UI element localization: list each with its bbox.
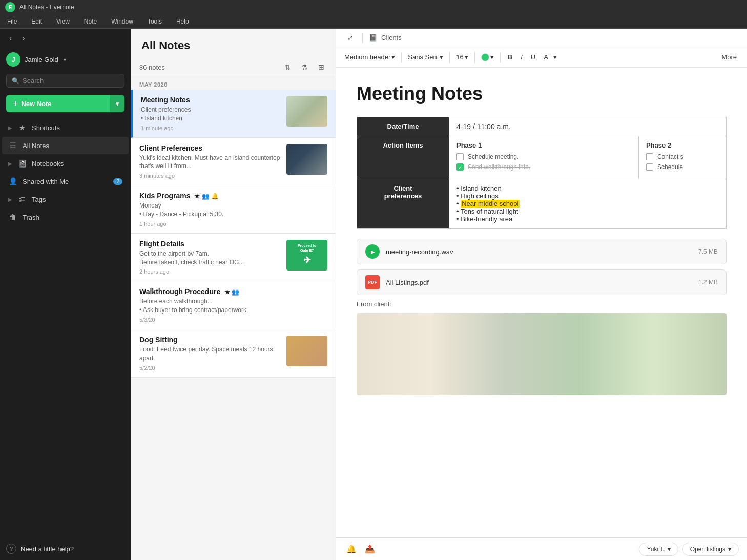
- chevron-down-icon: ▾: [440, 53, 443, 61]
- note-time: 3 minutes ago: [139, 173, 280, 179]
- separator: [362, 33, 363, 43]
- notes-header: All Notes: [131, 29, 336, 57]
- attachment-size: 7.5 MB: [698, 248, 718, 255]
- listings-label: Open listings: [690, 546, 725, 553]
- checkbox-row: Schedule: [646, 163, 719, 171]
- note-item[interactable]: Dog Sitting Food: Feed twice per day. Sp…: [131, 329, 336, 378]
- sidebar-item-shortcuts[interactable]: ▶ ★ Shortcuts: [2, 119, 129, 136]
- share-icon-button[interactable]: 📤: [363, 542, 377, 556]
- search-box[interactable]: 🔍 Search: [6, 74, 125, 88]
- italic-button[interactable]: I: [517, 51, 526, 63]
- checkbox-unchecked[interactable]: [646, 153, 653, 160]
- note-time: 1 hour ago: [139, 221, 327, 227]
- note-title: Walkthrough Procedure ★ 👥: [139, 287, 327, 296]
- font-select[interactable]: Sans Serif ▾: [406, 52, 445, 62]
- checkbox-label: Schedule: [657, 163, 683, 171]
- sidebar-nav-section: ▶ ★ Shortcuts ☰ All Notes ▶ 📓 Notebooks …: [0, 116, 131, 229]
- sort-button[interactable]: ⇅: [282, 61, 294, 73]
- notebook-icon: 📓: [369, 34, 377, 42]
- note-time: 5/3/20: [139, 317, 327, 323]
- menu-view[interactable]: View: [53, 17, 73, 26]
- attachment-pdf: PDF All Listings.pdf 1.2 MB: [357, 269, 727, 295]
- note-item[interactable]: Kids Programs ★ 👥 🔔 Monday• Ray - Dance …: [131, 185, 336, 234]
- new-note-dropdown-button[interactable]: ▾: [110, 95, 125, 112]
- all-notes-icon: ☰: [8, 141, 17, 150]
- menu-edit[interactable]: Edit: [28, 17, 45, 26]
- trash-icon: 🗑: [8, 213, 17, 221]
- expand-editor-button[interactable]: ⤢: [344, 32, 356, 44]
- note-item[interactable]: Walkthrough Procedure ★ 👥 Before each wa…: [131, 281, 336, 329]
- sidebar-item-trash[interactable]: 🗑 Trash: [2, 209, 129, 226]
- open-listings-button[interactable]: Open listings ▾: [682, 543, 739, 556]
- editor-content[interactable]: Meeting Notes Date/Time 4-19 / 11:00 a.m…: [336, 68, 747, 537]
- notes-panel-title: All Notes: [141, 39, 325, 52]
- menu-window[interactable]: Window: [108, 17, 136, 26]
- note-item[interactable]: Flight Details Get to the airport by 7am…: [131, 234, 336, 282]
- note-time: 2 hours ago: [139, 268, 280, 275]
- checkbox-unchecked[interactable]: [457, 153, 464, 160]
- pref-item: • High ceilings: [457, 192, 719, 200]
- nav-back-button[interactable]: ‹: [6, 33, 15, 44]
- menu-tools[interactable]: Tools: [144, 17, 165, 26]
- chevron-down-icon: ▾: [728, 546, 731, 553]
- checkbox-unchecked[interactable]: [646, 163, 653, 171]
- note-title: Client Preferences: [139, 144, 280, 152]
- app-body: ‹ › J Jamie Gold ▾ 🔍 Search + New Note ▾: [0, 29, 747, 560]
- view-button[interactable]: ⊞: [315, 61, 327, 73]
- note-preview: Client preferences• Island kitchen: [141, 106, 280, 123]
- from-client-label: From client:: [357, 300, 727, 308]
- window-title: All Notes - Evernote: [19, 4, 74, 11]
- pref-item: • Tons of natural light: [457, 208, 719, 215]
- table-cell-phase1: Phase 1 Schedule meeting. ✓ Send walkthr…: [449, 136, 638, 179]
- sidebar-item-tags[interactable]: ▶ 🏷 Tags: [2, 191, 129, 208]
- menu-bar: File Edit View Note Window Tools Help: [0, 14, 747, 29]
- bottom-toolbar: 🔔 📤 Yuki T. ▾ Open listings ▾: [336, 537, 747, 560]
- new-note-button[interactable]: + New Note: [6, 95, 110, 112]
- underline-button[interactable]: U: [528, 51, 538, 63]
- note-item[interactable]: Client Preferences Yuki's ideal kitchen.…: [131, 138, 336, 186]
- user-button[interactable]: Yuki T. ▾: [639, 543, 678, 556]
- client-image: [357, 313, 727, 395]
- bold-button[interactable]: B: [505, 51, 515, 63]
- checkbox-label: Schedule meeting.: [468, 153, 518, 160]
- attachment-name: All Listings.pdf: [386, 279, 692, 286]
- sidebar-item-all-notes[interactable]: ☰ All Notes: [2, 137, 129, 154]
- phase2-header: Phase 2: [646, 141, 719, 149]
- checkbox-checked[interactable]: ✓: [457, 163, 464, 171]
- menu-help[interactable]: Help: [173, 17, 192, 26]
- checkbox-label: Send walkthrough info.: [468, 163, 530, 171]
- note-content: Kids Programs ★ 👥 🔔 Monday• Ray - Dance …: [139, 192, 327, 227]
- checkbox-row: ✓ Send walkthrough info.: [457, 163, 631, 171]
- nav-forward-button[interactable]: ›: [19, 33, 28, 44]
- help-area[interactable]: ? Need a little help?: [0, 537, 131, 560]
- table-cell-datetime: 4-19 / 11:00 a.m.: [449, 117, 726, 136]
- menu-file[interactable]: File: [4, 17, 20, 26]
- note-item[interactable]: Meeting Notes Client preferences• Island…: [131, 90, 336, 138]
- font-size-select[interactable]: 16 ▾: [454, 52, 470, 62]
- notebooks-icon: 📓: [17, 159, 27, 168]
- filter-button[interactable]: ⚗: [298, 61, 311, 73]
- bell-icon-button[interactable]: 🔔: [344, 542, 359, 556]
- sidebar-item-label: Shortcuts: [32, 124, 122, 132]
- editor-toolbar: Medium header ▾ Sans Serif ▾ 16 ▾ ▾ B: [336, 47, 747, 68]
- pdf-icon: PDF: [365, 275, 380, 289]
- app-icon: E: [5, 2, 15, 12]
- note-icons: ★ 👥 🔔: [194, 193, 219, 200]
- editor-breadcrumb: ⤢ 📓 Clients: [336, 29, 747, 47]
- play-button[interactable]: ▶: [365, 244, 380, 259]
- text-style-button[interactable]: A⁺ ▾: [541, 51, 560, 63]
- color-picker[interactable]: ▾: [479, 52, 496, 63]
- shared-icon: 👤: [8, 177, 17, 185]
- shortcuts-icon: ★: [17, 123, 27, 132]
- meeting-table: Date/Time 4-19 / 11:00 a.m. Action Items…: [357, 117, 727, 229]
- pref-item: • Island kitchen: [457, 184, 719, 192]
- sidebar-item-notebooks[interactable]: ▶ 📓 Notebooks: [2, 155, 129, 172]
- sidebar-item-shared[interactable]: 👤 Shared with Me 2: [2, 173, 129, 190]
- more-button[interactable]: More: [717, 51, 741, 63]
- menu-note[interactable]: Note: [81, 17, 100, 26]
- user-area[interactable]: J Jamie Gold ▾: [0, 48, 131, 71]
- format-select[interactable]: Medium header ▾: [342, 52, 397, 62]
- shared-badge: 2: [113, 178, 122, 185]
- note-preview: Yuki's ideal kitchen. Must have an islan…: [139, 154, 280, 171]
- table-header-datetime: Date/Time: [357, 117, 449, 136]
